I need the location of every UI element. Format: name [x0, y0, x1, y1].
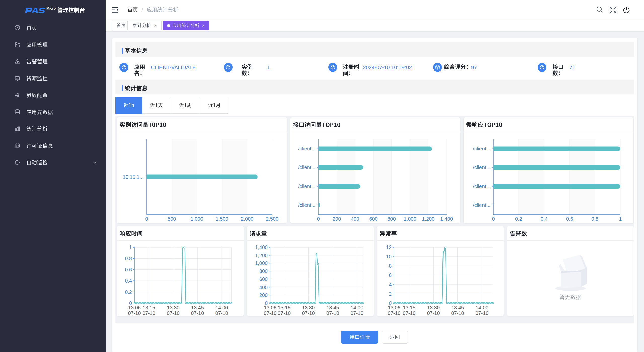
svg-text:/client...: /client...: [298, 184, 315, 189]
svg-text:07-10: 07-10: [302, 310, 315, 316]
svg-text:200: 200: [333, 216, 341, 222]
svg-text:0.2: 0.2: [125, 289, 132, 295]
svg-text:12: 12: [386, 244, 392, 250]
svg-text:0.4: 0.4: [541, 216, 548, 222]
svg-text:13:15: 13:15: [403, 305, 415, 310]
svg-text:0: 0: [492, 216, 495, 222]
svg-text:14:00: 14:00: [215, 305, 228, 310]
svg-text:0.6: 0.6: [566, 216, 573, 222]
svg-text:13:06: 13:06: [264, 305, 276, 310]
svg-text:8: 8: [389, 263, 392, 269]
svg-text:13:15: 13:15: [278, 305, 290, 310]
svg-text:0.4: 0.4: [125, 278, 132, 284]
svg-text:400: 400: [259, 285, 268, 290]
svg-text:400: 400: [351, 216, 359, 222]
svg-text:07-10: 07-10: [215, 310, 228, 316]
svg-text:10: 10: [386, 254, 392, 259]
svg-text:13:45: 13:45: [191, 305, 204, 310]
svg-text:800: 800: [259, 268, 268, 274]
svg-text:07-10: 07-10: [191, 310, 204, 316]
svg-text:1,200: 1,200: [255, 253, 268, 258]
svg-text:800: 800: [387, 216, 396, 222]
svg-text:07-10: 07-10: [350, 310, 363, 316]
svg-text:07-10: 07-10: [326, 310, 339, 316]
svg-text:07-10: 07-10: [128, 310, 141, 316]
svg-text:07-10: 07-10: [167, 310, 180, 316]
svg-text:200: 200: [259, 292, 268, 298]
svg-text:2,500: 2,500: [266, 216, 278, 222]
svg-text:/client...: /client...: [298, 165, 315, 170]
svg-text:/client...: /client...: [473, 184, 490, 189]
svg-text:1,000: 1,000: [404, 216, 416, 222]
svg-text:13:30: 13:30: [302, 305, 315, 310]
svg-text:13:30: 13:30: [427, 305, 440, 310]
svg-text:07-10: 07-10: [388, 310, 400, 316]
svg-text:1,000: 1,000: [191, 216, 203, 222]
svg-text:2,000: 2,000: [241, 216, 253, 222]
svg-text:1,000: 1,000: [255, 260, 268, 266]
svg-text:0: 0: [145, 216, 148, 222]
svg-text:13:15: 13:15: [143, 305, 155, 310]
svg-text:6: 6: [389, 272, 392, 278]
svg-text:2: 2: [389, 291, 392, 297]
svg-text:1: 1: [129, 244, 132, 250]
svg-text:/client...: /client...: [473, 146, 490, 151]
svg-text:10.15.1...: 10.15.1...: [123, 174, 144, 180]
svg-text:/client...: /client...: [473, 202, 490, 208]
svg-text:07-10: 07-10: [264, 310, 276, 316]
svg-text:0.8: 0.8: [591, 216, 598, 222]
svg-text:14:00: 14:00: [476, 305, 488, 310]
svg-text:/client...: /client...: [473, 165, 490, 170]
svg-text:07-10: 07-10: [278, 310, 291, 316]
svg-text:07-10: 07-10: [451, 310, 464, 316]
svg-text:0: 0: [317, 216, 320, 222]
svg-text:1,500: 1,500: [216, 216, 228, 222]
svg-text:600: 600: [259, 276, 268, 282]
svg-text:13:45: 13:45: [451, 305, 464, 310]
svg-text:13:06: 13:06: [388, 305, 400, 310]
svg-text:1,400: 1,400: [440, 216, 453, 222]
svg-text:13:30: 13:30: [167, 305, 179, 310]
svg-text:07-10: 07-10: [475, 310, 488, 316]
svg-text:600: 600: [369, 216, 377, 222]
svg-text:07-10: 07-10: [427, 310, 440, 316]
svg-text:07-10: 07-10: [142, 310, 155, 316]
svg-text:13:45: 13:45: [326, 305, 339, 310]
svg-text:4: 4: [389, 282, 392, 287]
svg-text:0.2: 0.2: [515, 216, 522, 222]
svg-text:14:00: 14:00: [351, 305, 363, 310]
svg-text:13:06: 13:06: [128, 305, 141, 310]
svg-text:0.8: 0.8: [125, 256, 132, 261]
svg-text:1,200: 1,200: [422, 216, 434, 222]
svg-text:07-10: 07-10: [403, 310, 415, 316]
svg-text:/client...: /client...: [298, 146, 315, 151]
svg-text:1,400: 1,400: [255, 244, 268, 250]
svg-text:0.6: 0.6: [125, 267, 132, 272]
svg-text:1: 1: [619, 216, 622, 222]
svg-text:500: 500: [168, 216, 176, 222]
svg-text:/client...: /client...: [298, 202, 315, 208]
